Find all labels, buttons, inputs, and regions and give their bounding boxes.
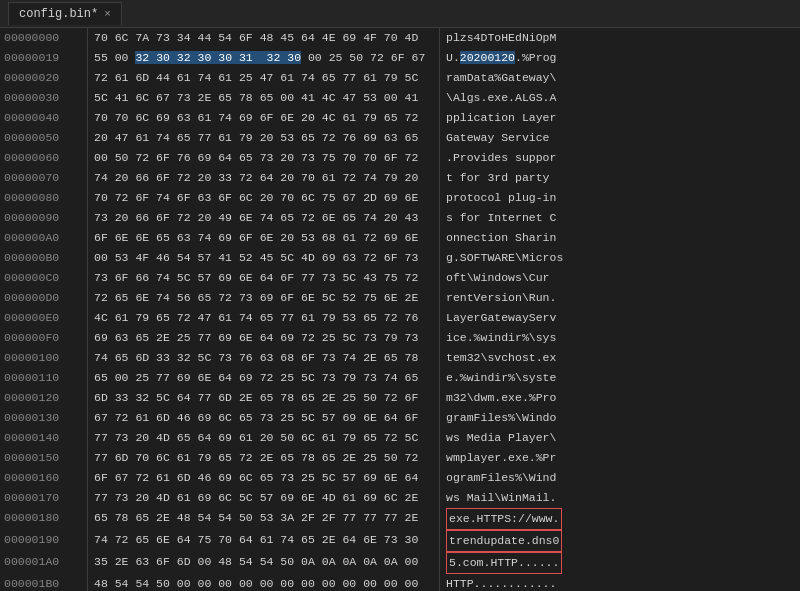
ascii-cell: \Algs.exe.ALGS.A — [440, 88, 800, 108]
ascii-cell: tem32\svchost.ex — [440, 348, 800, 368]
ascii-cell: .Provides suppor — [440, 148, 800, 168]
offset-cell: 00000140 — [0, 428, 88, 448]
table-row: 0000001955 00 32 30 32 30 30 31 32 30 00… — [0, 48, 800, 68]
ascii-cell: ws Media Player\ — [440, 428, 800, 448]
table-row: 000000F069 63 65 2E 25 77 69 6E 64 69 72… — [0, 328, 800, 348]
tab-close-button[interactable]: × — [104, 8, 111, 20]
table-row: 000000D072 65 6E 74 56 65 72 73 69 6F 6E… — [0, 288, 800, 308]
ascii-cell: rentVersion\Run. — [440, 288, 800, 308]
table-row: 000001B048 54 54 50 00 00 00 00 00 00 00… — [0, 574, 800, 591]
offset-cell: 00000090 — [0, 208, 88, 228]
table-row: 000001206D 33 32 5C 64 77 6D 2E 65 78 65… — [0, 388, 800, 408]
table-row: 0000010074 65 6D 33 32 5C 73 76 63 68 6F… — [0, 348, 800, 368]
offset-cell: 00000110 — [0, 368, 88, 388]
table-row: 0000011065 00 25 77 69 6E 64 69 72 25 5C… — [0, 368, 800, 388]
ascii-highlight: 20200120 — [460, 51, 515, 64]
ascii-cell: Gateway Service — [440, 128, 800, 148]
offset-cell: 00000070 — [0, 168, 88, 188]
table-row: 000001606F 67 72 61 6D 46 69 6C 65 73 25… — [0, 468, 800, 488]
ascii-cell: plzs4DToHEdNiOpM — [440, 28, 800, 48]
hex-cell: 69 63 65 2E 25 77 69 6E 64 69 72 25 5C 7… — [88, 328, 440, 348]
offset-cell: 000000D0 — [0, 288, 88, 308]
offset-cell: 00000100 — [0, 348, 88, 368]
hex-cell: 65 78 65 2E 48 54 54 50 53 3A 2F 2F 77 7… — [88, 508, 440, 530]
offset-cell: 00000050 — [0, 128, 88, 148]
offset-cell: 000000A0 — [0, 228, 88, 248]
hex-cell: 74 20 66 6F 72 20 33 72 64 20 70 61 72 7… — [88, 168, 440, 188]
hex-cell: 55 00 32 30 32 30 30 31 32 30 00 25 50 7… — [88, 48, 440, 68]
hex-cell: 70 70 6C 69 63 61 74 69 6F 6E 20 4C 61 7… — [88, 108, 440, 128]
ascii-cell: ramData%Gateway\ — [440, 68, 800, 88]
hex-highlight: 32 30 32 30 30 31 32 30 — [135, 51, 301, 64]
table-row: 0000009073 20 66 6F 72 20 49 6E 74 65 72… — [0, 208, 800, 228]
table-row: 0000007074 20 66 6F 72 20 33 72 64 20 70… — [0, 168, 800, 188]
table-row: 0000005020 47 61 74 65 77 61 79 20 53 65… — [0, 128, 800, 148]
table-row: 0000014077 73 20 4D 65 64 69 61 20 50 6C… — [0, 428, 800, 448]
ascii-cell: g.SOFTWARE\Micros — [440, 248, 800, 268]
offset-cell: 00000030 — [0, 88, 88, 108]
offset-cell: 00000019 — [0, 48, 88, 68]
ascii-red-box: exe.HTTPS://www. — [446, 508, 562, 530]
hex-cell: 72 65 6E 74 56 65 72 73 69 6F 6E 5C 52 7… — [88, 288, 440, 308]
ascii-cell: trendupdate.dns0 — [440, 530, 800, 552]
ascii-red-box: trendupdate.dns0 — [446, 530, 562, 552]
offset-cell: 00000000 — [0, 28, 88, 48]
hex-cell: 77 6D 70 6C 61 79 65 72 2E 65 78 65 2E 2… — [88, 448, 440, 468]
ascii-cell: ws Mail\WinMail. — [440, 488, 800, 508]
table-row: 0000008070 72 6F 74 6F 63 6F 6C 20 70 6C… — [0, 188, 800, 208]
ascii-cell: ice.%windir%\sys — [440, 328, 800, 348]
hex-cell: 70 72 6F 74 6F 63 6F 6C 20 70 6C 75 67 2… — [88, 188, 440, 208]
table-row: 0000019074 72 65 6E 64 75 70 64 61 74 65… — [0, 530, 800, 552]
offset-cell: 00000060 — [0, 148, 88, 168]
table-row: 0000004070 70 6C 69 63 61 74 69 6F 6E 20… — [0, 108, 800, 128]
ascii-red-box: 5.com.HTTP...... — [446, 552, 562, 574]
hex-cell: 72 61 6D 44 61 74 61 25 47 61 74 65 77 6… — [88, 68, 440, 88]
hex-cell: 6F 6E 6E 65 63 74 69 6F 6E 20 53 68 61 7… — [88, 228, 440, 248]
hex-cell: 6D 33 32 5C 64 77 6D 2E 65 78 65 2E 25 5… — [88, 388, 440, 408]
offset-cell: 00000190 — [0, 530, 88, 552]
ascii-cell: e.%windir%\syste — [440, 368, 800, 388]
tab-label: config.bin* — [19, 7, 98, 21]
table-row: 0000000070 6C 7A 73 34 44 54 6F 48 45 64… — [0, 28, 800, 48]
offset-cell: 00000180 — [0, 508, 88, 530]
hex-cell: 35 2E 63 6F 6D 00 48 54 54 50 0A 0A 0A 0… — [88, 552, 440, 574]
table-row: 000000B000 53 4F 46 54 57 41 52 45 5C 4D… — [0, 248, 800, 268]
table-row: 000000A06F 6E 6E 65 63 74 69 6F 6E 20 53… — [0, 228, 800, 248]
offset-cell: 00000170 — [0, 488, 88, 508]
table-row: 000001A035 2E 63 6F 6D 00 48 54 54 50 0A… — [0, 552, 800, 574]
table-row: 000000305C 41 6C 67 73 2E 65 78 65 00 41… — [0, 88, 800, 108]
ascii-cell: 5.com.HTTP...... — [440, 552, 800, 574]
offset-cell: 00000160 — [0, 468, 88, 488]
ascii-cell: s for Internet C — [440, 208, 800, 228]
ascii-cell: pplication Layer — [440, 108, 800, 128]
table-row: 0000006000 50 72 6F 76 69 64 65 73 20 73… — [0, 148, 800, 168]
ascii-cell: protocol plug-in — [440, 188, 800, 208]
offset-cell: 000000F0 — [0, 328, 88, 348]
offset-cell: 00000130 — [0, 408, 88, 428]
hex-cell: 6F 67 72 61 6D 46 69 6C 65 73 25 5C 57 6… — [88, 468, 440, 488]
ascii-cell: exe.HTTPS://www. — [440, 508, 800, 530]
offset-cell: 000001B0 — [0, 574, 88, 591]
hex-cell: 00 50 72 6F 76 69 64 65 73 20 73 75 70 7… — [88, 148, 440, 168]
hex-cell: 4C 61 79 65 72 47 61 74 65 77 61 79 53 6… — [88, 308, 440, 328]
hex-cell: 67 72 61 6D 46 69 6C 65 73 25 5C 57 69 6… — [88, 408, 440, 428]
hex-cell: 74 65 6D 33 32 5C 73 76 63 68 6F 73 74 2… — [88, 348, 440, 368]
hex-viewer: 0000000070 6C 7A 73 34 44 54 6F 48 45 64… — [0, 28, 800, 591]
ascii-cell: oft\Windows\Cur — [440, 268, 800, 288]
hex-cell: 73 6F 66 74 5C 57 69 6E 64 6F 77 73 5C 4… — [88, 268, 440, 288]
table-row: 0000018065 78 65 2E 48 54 54 50 53 3A 2F… — [0, 508, 800, 530]
table-row: 000000E04C 61 79 65 72 47 61 74 65 77 61… — [0, 308, 800, 328]
hex-content-area[interactable]: 0000000070 6C 7A 73 34 44 54 6F 48 45 64… — [0, 28, 800, 591]
offset-cell: 00000120 — [0, 388, 88, 408]
offset-cell: 00000150 — [0, 448, 88, 468]
ascii-cell: m32\dwm.exe.%Pro — [440, 388, 800, 408]
hex-cell: 77 73 20 4D 61 69 6C 5C 57 69 6E 4D 61 6… — [88, 488, 440, 508]
offset-cell: 000000E0 — [0, 308, 88, 328]
hex-cell: 70 6C 7A 73 34 44 54 6F 48 45 64 4E 69 4… — [88, 28, 440, 48]
active-tab[interactable]: config.bin* × — [8, 2, 122, 25]
ascii-cell: t for 3rd party — [440, 168, 800, 188]
hex-cell: 20 47 61 74 65 77 61 79 20 53 65 72 76 6… — [88, 128, 440, 148]
hex-cell: 65 00 25 77 69 6E 64 69 72 25 5C 73 79 7… — [88, 368, 440, 388]
offset-cell: 000000B0 — [0, 248, 88, 268]
hex-cell: 74 72 65 6E 64 75 70 64 61 74 65 2E 64 6… — [88, 530, 440, 552]
